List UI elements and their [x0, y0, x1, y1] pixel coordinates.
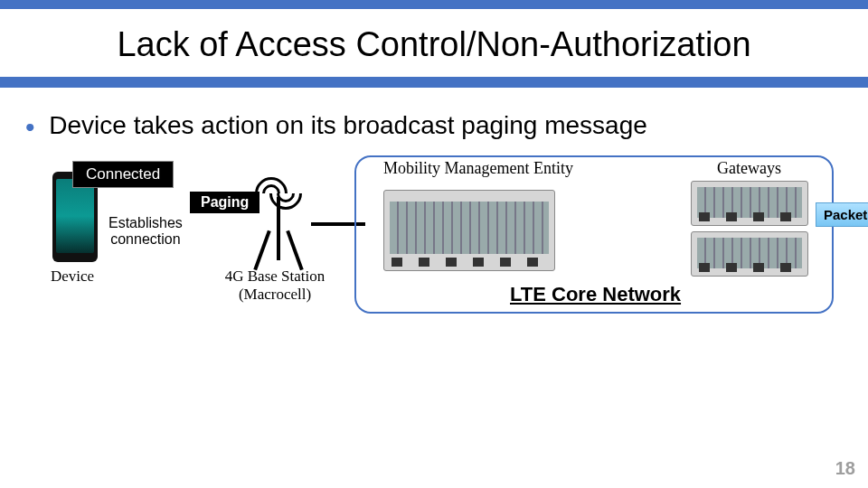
connected-status: Connected [72, 161, 174, 188]
bs-line2: (Macrocell) [239, 286, 311, 303]
bullet-text: Device takes action on its broadcast pag… [49, 111, 647, 139]
base-station-antenna-icon [242, 175, 315, 275]
base-station-label: 4G Base Station (Macrocell) [203, 267, 347, 304]
device-label: Device [51, 267, 94, 286]
top-accent-bar [0, 0, 868, 9]
mme-label: Mobility Management Entity [383, 159, 573, 178]
core-network-box: Mobility Management Entity Gateways LTE … [354, 155, 834, 314]
core-network-label: LTE Core Network [510, 283, 681, 306]
gateway-1-icon [691, 181, 808, 226]
diagram-stage: Connected Device Establishes connection … [0, 143, 868, 414]
establishes-line2: connection [110, 231, 180, 247]
gateway-2-icon [691, 231, 808, 277]
bullet-item: • Device takes action on its broadcast p… [0, 88, 868, 143]
bs-line1: 4G Base Station [225, 267, 326, 285]
establishes-connection-label: Establishes connection [108, 215, 183, 249]
bullet-dot-icon: • [25, 112, 35, 142]
slide-title: Lack of Access Control/Non-Authorization [0, 9, 868, 77]
slide-number: 18 [835, 458, 855, 479]
gateways-label: Gateways [717, 159, 781, 178]
packet-tag: Packet [816, 202, 868, 227]
mme-chassis-icon [383, 190, 555, 271]
title-underline-bar [0, 77, 868, 88]
establishes-line1: Establishes [108, 215, 183, 230]
